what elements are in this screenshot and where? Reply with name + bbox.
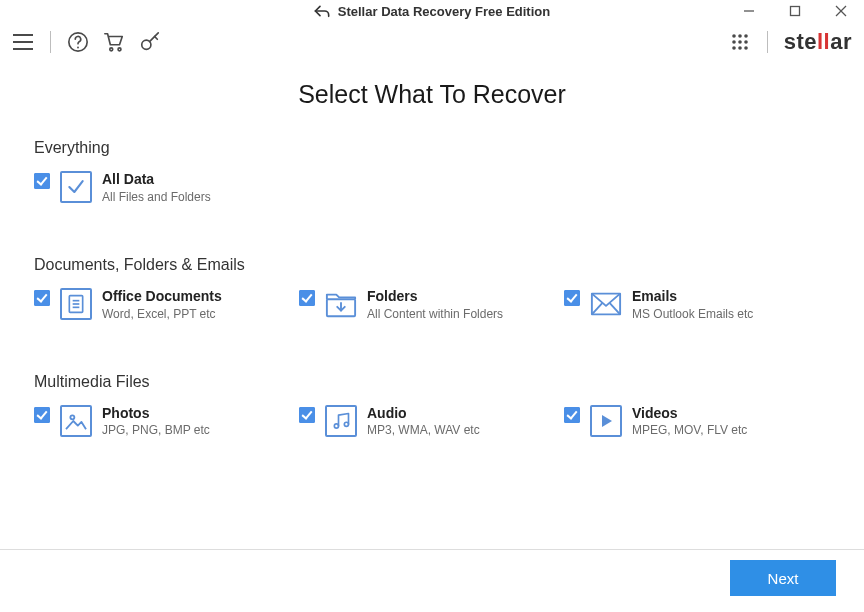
svg-point-17	[744, 40, 748, 44]
item-photos: Photos JPG, PNG, BMP etc	[34, 405, 299, 438]
svg-point-14	[744, 34, 748, 38]
svg-point-27	[70, 415, 74, 419]
section-everything: Everything All Data All Files and Folder…	[0, 139, 864, 204]
checkbox-photos[interactable]	[34, 407, 50, 423]
checkbox-videos[interactable]	[564, 407, 580, 423]
svg-point-15	[732, 40, 736, 44]
titlebar: Stellar Data Recovery Free Edition	[0, 0, 864, 22]
item-title: Emails	[632, 288, 753, 305]
svg-point-29	[344, 422, 348, 426]
section-heading-dfe: Documents, Folders & Emails	[34, 256, 830, 274]
item-title: Folders	[367, 288, 503, 305]
back-icon[interactable]	[314, 4, 330, 18]
item-sub: MP3, WMA, WAV etc	[367, 423, 480, 437]
item-title: Office Documents	[102, 288, 222, 305]
toolbar: stellar	[0, 22, 864, 62]
checkbox-office-documents[interactable]	[34, 290, 50, 306]
svg-rect-1	[791, 7, 800, 16]
svg-point-13	[738, 34, 742, 38]
folder-icon	[325, 288, 357, 320]
section-heading-everything: Everything	[34, 139, 830, 157]
item-title: Photos	[102, 405, 210, 422]
section-dfe: Documents, Folders & Emails Office Docum…	[0, 256, 864, 321]
page-title: Select What To Recover	[0, 80, 864, 109]
item-office-documents: Office Documents Word, Excel, PPT etc	[34, 288, 299, 321]
checkbox-audio[interactable]	[299, 407, 315, 423]
checkbox-folders[interactable]	[299, 290, 315, 306]
item-audio: Audio MP3, WMA, WAV etc	[299, 405, 564, 438]
svg-point-18	[732, 46, 736, 50]
document-icon	[60, 288, 92, 320]
checkbox-emails[interactable]	[564, 290, 580, 306]
email-icon	[590, 288, 622, 320]
cart-icon[interactable]	[103, 31, 125, 53]
svg-point-16	[738, 40, 742, 44]
svg-point-19	[738, 46, 742, 50]
window-controls	[726, 0, 864, 22]
item-sub: MS Outlook Emails etc	[632, 307, 753, 321]
close-button[interactable]	[818, 0, 864, 22]
key-icon[interactable]	[139, 31, 161, 53]
item-all-data: All Data All Files and Folders	[34, 171, 299, 204]
menu-icon[interactable]	[12, 31, 34, 53]
svg-point-20	[744, 46, 748, 50]
item-videos: Videos MPEG, MOV, FLV etc	[564, 405, 829, 438]
item-title: Audio	[367, 405, 480, 422]
section-media: Multimedia Files Photos JPG, PNG, BMP et…	[0, 373, 864, 438]
svg-point-10	[118, 48, 121, 51]
all-data-icon	[60, 171, 92, 203]
window-title: Stellar Data Recovery Free Edition	[338, 4, 550, 19]
brand-logo: stellar	[784, 29, 852, 55]
item-emails: Emails MS Outlook Emails etc	[564, 288, 829, 321]
item-sub: MPEG, MOV, FLV etc	[632, 423, 747, 437]
item-sub: All Content within Folders	[367, 307, 503, 321]
photo-icon	[60, 405, 92, 437]
footer-divider	[0, 549, 864, 550]
item-folders: Folders All Content within Folders	[299, 288, 564, 321]
apps-grid-icon[interactable]	[729, 31, 751, 53]
svg-point-28	[334, 424, 338, 428]
item-sub: Word, Excel, PPT etc	[102, 307, 222, 321]
item-sub: JPG, PNG, BMP etc	[102, 423, 210, 437]
section-heading-media: Multimedia Files	[34, 373, 830, 391]
item-title: All Data	[102, 171, 211, 188]
audio-icon	[325, 405, 357, 437]
separator	[767, 31, 768, 53]
svg-point-12	[732, 34, 736, 38]
svg-point-9	[110, 48, 113, 51]
svg-marker-30	[602, 415, 612, 427]
video-icon	[590, 405, 622, 437]
separator	[50, 31, 51, 53]
help-icon[interactable]	[67, 31, 89, 53]
svg-point-8	[77, 47, 79, 49]
item-sub: All Files and Folders	[102, 190, 211, 204]
next-button[interactable]: Next	[730, 560, 836, 596]
item-title: Videos	[632, 405, 747, 422]
minimize-button[interactable]	[726, 0, 772, 22]
maximize-button[interactable]	[772, 0, 818, 22]
checkbox-all-data[interactable]	[34, 173, 50, 189]
